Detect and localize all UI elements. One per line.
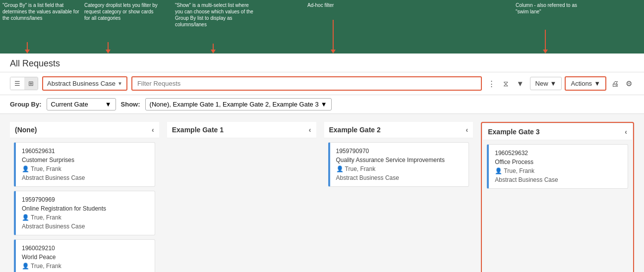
page-header: All Requests: [0, 54, 644, 72]
card-category: Abstract Business Case: [22, 222, 151, 231]
request-card-1960029210[interactable]: 1960029210 World Peace 👤 True, Frank Abs…: [14, 239, 155, 272]
annotation-column: Column - also referred to as "swim lane": [516, 2, 590, 15]
board-view-button[interactable]: ⊞: [24, 77, 38, 90]
request-card-1959790970[interactable]: 1959790970 Quality Assurance Service Imp…: [328, 142, 469, 187]
settings-button[interactable]: ⚙: [624, 77, 634, 90]
card-user: 👤 True, Frank: [22, 164, 151, 173]
category-arrow-icon: ▼: [117, 81, 122, 86]
group-by-label: Group By:: [10, 101, 42, 108]
card-name: Online Registration for Students: [22, 204, 151, 213]
group-by-select[interactable]: Current Gate ▼: [47, 98, 116, 110]
card-id: 1960529631: [22, 147, 151, 156]
board-area: (None)‹ 1960529631 Customer Surprises 👤 …: [0, 114, 644, 272]
lane-collapse-none[interactable]: ‹: [152, 126, 154, 134]
card-user: 👤 True, Frank: [22, 262, 151, 271]
actions-arrow-icon: ▼: [594, 80, 600, 87]
swim-lane-none: (None)‹ 1960529631 Customer Surprises 👤 …: [10, 122, 159, 272]
annotation-show: "Show" is a multi-select list where you …: [175, 2, 254, 28]
show-arrow-icon: ▼: [321, 101, 327, 108]
actions-button-label: Actions: [571, 80, 592, 87]
main-content: All Requests ☰ ⊞ Abstract Business Case …: [0, 54, 644, 272]
lane-collapse-gate2[interactable]: ‹: [466, 126, 468, 134]
show-select[interactable]: (None), Example Gate 1, Example Gate 2, …: [145, 98, 332, 110]
list-view-button[interactable]: ☰: [10, 77, 24, 90]
card-user: 👤 True, Frank: [22, 213, 151, 222]
more-options-button[interactable]: ⋮: [486, 77, 497, 90]
lane-collapse-gate1[interactable]: ‹: [309, 126, 311, 134]
swim-lane-gate3: Example Gate 3‹ 1960529632 Office Proces…: [481, 122, 634, 272]
lane-title-gate3: Example Gate 3: [488, 128, 539, 136]
lane-title-none: (None): [15, 126, 37, 134]
card-id: 1960029210: [22, 244, 151, 253]
request-card-1960529631[interactable]: 1960529631 Customer Surprises 👤 True, Fr…: [14, 142, 155, 187]
card-id: 1959790970: [336, 147, 465, 156]
new-arrow-icon: ▼: [550, 80, 557, 87]
toolbar: ☰ ⊞ Abstract Business Case ▼ ⋮ ⧖ ▼ New ▼…: [0, 72, 644, 95]
category-dropdown[interactable]: Abstract Business Case ▼: [42, 76, 127, 91]
request-card-1960529632[interactable]: 1960529632 Office Process 👤 True, Frank …: [487, 144, 628, 189]
lane-collapse-gate3[interactable]: ‹: [625, 128, 627, 136]
print-button[interactable]: 🖨: [609, 77, 621, 90]
filter-toggle-button[interactable]: ▼: [515, 77, 526, 90]
card-id: 1960529632: [495, 149, 624, 158]
svg-marker-7: [331, 50, 336, 54]
show-value: (None), Example Gate 1, Example Gate 2, …: [150, 101, 319, 108]
page-title: All Requests: [10, 58, 60, 68]
new-button-label: New: [535, 80, 548, 87]
lane-body-gate2: 1959790970 Quality Assurance Service Imp…: [324, 138, 473, 272]
annotation-group-by: "Group By" is a list field that determin…: [2, 2, 79, 21]
card-name: World Peace: [22, 253, 151, 262]
svg-marker-3: [106, 50, 111, 54]
card-id: 1959790969: [22, 195, 151, 204]
card-user: 👤 True, Frank: [495, 166, 624, 175]
card-category: Abstract Business Case: [22, 173, 151, 182]
svg-marker-5: [211, 50, 216, 54]
group-by-arrow-icon: ▼: [105, 101, 112, 108]
view-toggle: ☰ ⊞: [10, 77, 38, 90]
svg-marker-9: [543, 50, 548, 54]
group-by-bar: Group By: Current Gate ▼ Show: (None), E…: [0, 95, 644, 114]
annotation-adhoc: Ad-hoc filter: [307, 2, 334, 8]
swim-lane-gate1: Example Gate 1‹: [167, 122, 316, 272]
card-category: Abstract Business Case: [495, 175, 624, 184]
lane-header-gate3: Example Gate 3‹: [483, 124, 632, 140]
lane-header-none: (None)‹: [10, 122, 159, 138]
show-label: Show:: [121, 101, 140, 108]
actions-button[interactable]: Actions ▼: [565, 76, 606, 91]
filter-icon-button[interactable]: ⧖: [501, 77, 511, 90]
card-name: Office Process: [495, 158, 624, 166]
swim-lane-gate2: Example Gate 2‹ 1959790970 Quality Assur…: [324, 122, 473, 272]
svg-marker-1: [25, 50, 30, 54]
toolbar-right: New ▼ Actions ▼ 🖨 ⚙: [530, 76, 634, 91]
lane-title-gate2: Example Gate 2: [329, 126, 381, 134]
request-card-1959790969[interactable]: 1959790969 Online Registration for Stude…: [14, 191, 155, 235]
lane-header-gate2: Example Gate 2‹: [324, 122, 473, 138]
lane-body-gate1: [167, 138, 316, 272]
group-by-value: Current Gate: [51, 101, 88, 108]
lane-body-gate3: 1960529632 Office Process 👤 True, Frank …: [483, 140, 632, 272]
card-category: Abstract Business Case: [336, 173, 465, 182]
lane-body-none: 1960529631 Customer Surprises 👤 True, Fr…: [10, 138, 159, 272]
lane-header-gate1: Example Gate 1‹: [167, 122, 316, 138]
filter-input[interactable]: [131, 76, 482, 91]
card-name: Quality Assurance Service Improvements: [336, 156, 465, 164]
lane-title-gate1: Example Gate 1: [172, 126, 224, 134]
category-value: Abstract Business Case: [47, 80, 116, 87]
annotation-banner: "Group By" is a list field that determin…: [0, 0, 644, 54]
annotation-category: Category droplist lets you filter by req…: [84, 2, 159, 21]
card-user: 👤 True, Frank: [336, 164, 465, 173]
new-button[interactable]: New ▼: [530, 77, 562, 90]
card-name: Customer Surprises: [22, 156, 151, 164]
